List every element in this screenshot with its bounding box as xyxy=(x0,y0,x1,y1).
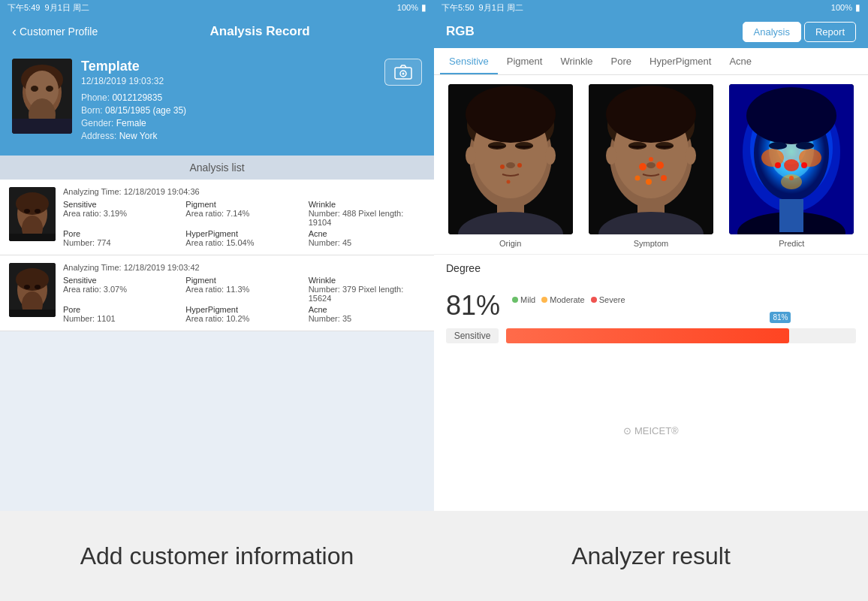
analysis-list-header: Analysis list xyxy=(0,156,434,180)
svg-point-14 xyxy=(24,209,30,213)
moderate-dot xyxy=(541,297,547,303)
svg-point-53 xyxy=(656,162,664,169)
svg-point-47 xyxy=(606,146,616,165)
predict-label: Predict xyxy=(779,239,804,248)
right-battery: 100% xyxy=(831,3,852,12)
severe-label: Severe xyxy=(599,295,625,304)
svg-point-39 xyxy=(506,180,510,184)
progress-tag: 81% xyxy=(770,312,791,323)
analysis-data: Analyzing Time: 12/18/2019 19:04:36 Sens… xyxy=(63,187,425,247)
battery-icon-right: ▮ xyxy=(855,2,860,13)
right-time: 下午5:50 xyxy=(442,2,474,14)
svg-point-49 xyxy=(606,86,696,143)
svg-point-56 xyxy=(634,176,640,181)
svg-point-67 xyxy=(784,159,799,171)
analysis-thumbnail xyxy=(9,263,56,317)
svg-point-75 xyxy=(801,162,807,168)
left-panel: ‹ Customer Profile Analysis Record xyxy=(0,15,434,511)
profile-info: Template 12/18/2019 19:03:32 Phone: 0012… xyxy=(81,59,375,143)
face-origin-container: Origin xyxy=(440,84,580,248)
profile-avatar xyxy=(12,59,72,134)
symptom-label: Symptom xyxy=(634,239,668,248)
watermark: ⊙ MEICET® xyxy=(434,351,868,511)
analysis-thumbnail xyxy=(9,187,56,241)
data-grid: Sensitive Area ratio: 3.07% Pigment Area… xyxy=(63,276,425,323)
svg-point-71 xyxy=(796,142,814,149)
svg-point-55 xyxy=(661,175,667,181)
tab-wrinkle[interactable]: Wrinkle xyxy=(551,48,601,74)
svg-point-13 xyxy=(16,192,49,215)
score-value: 81% xyxy=(446,292,500,319)
svg-point-32 xyxy=(466,146,476,165)
degree-section: Degree xyxy=(434,254,868,286)
sensitive-label: Sensitive xyxy=(446,328,499,343)
left-bottom-label: Add customer information xyxy=(0,511,434,601)
origin-label: Origin xyxy=(499,239,521,248)
profile-name: Template xyxy=(81,59,375,74)
face-images: Origin xyxy=(434,75,868,254)
profile-address: Address: New York xyxy=(81,131,375,141)
analysis-item[interactable]: Analyzing Time: 12/18/2019 19:03:42 Sens… xyxy=(0,255,434,331)
legend-mild: Mild xyxy=(512,295,535,304)
mild-label: Mild xyxy=(520,295,535,304)
battery-icon-left: ▮ xyxy=(421,2,426,13)
nav-buttons: Analysis Report xyxy=(743,22,856,42)
legend-moderate: Moderate xyxy=(541,295,584,304)
status-bar-left: 下午5:49 9月1日 周二 100% ▮ xyxy=(0,0,434,15)
nav-title: Analysis Record xyxy=(98,24,422,39)
analysis-button[interactable]: Analysis xyxy=(743,22,801,42)
svg-point-31 xyxy=(506,162,515,168)
tab-sensitive[interactable]: Sensitive xyxy=(440,48,498,74)
profile-section: Template 12/18/2019 19:03:32 Phone: 0012… xyxy=(0,48,434,156)
score-section: 81% Mild Moderate Severe xyxy=(434,286,868,325)
tab-hyperpigment[interactable]: HyperPigment xyxy=(640,48,720,74)
legend-severe: Severe xyxy=(591,295,625,304)
svg-point-46 xyxy=(646,162,656,168)
profile-date: 12/18/2019 19:03:32 xyxy=(81,76,375,86)
face-symptom-container: Symptom xyxy=(580,84,721,248)
svg-point-33 xyxy=(545,146,556,165)
left-battery: 100% xyxy=(397,3,418,12)
svg-point-20 xyxy=(16,268,49,291)
progress-row: Sensitive 81% xyxy=(446,328,856,343)
report-button[interactable]: Report xyxy=(804,22,856,42)
mild-dot xyxy=(512,297,518,303)
svg-point-22 xyxy=(35,285,41,289)
back-label: Customer Profile xyxy=(20,26,98,38)
left-time: 下午5:49 xyxy=(8,2,40,14)
nav-bar-left: ‹ Customer Profile Analysis Record xyxy=(0,15,434,48)
progress-bar-container: 81% xyxy=(506,328,856,343)
svg-point-54 xyxy=(646,179,652,185)
right-date: 9月1日 周二 xyxy=(479,2,523,14)
svg-point-69 xyxy=(746,87,836,144)
svg-point-57 xyxy=(649,157,653,162)
svg-point-38 xyxy=(517,163,522,168)
back-button[interactable]: ‹ Customer Profile xyxy=(12,24,98,40)
svg-point-34 xyxy=(466,86,556,143)
svg-rect-7 xyxy=(12,119,72,134)
camera-button[interactable] xyxy=(384,59,422,86)
tabs-bar: Sensitive Pigment Wrinkle Pore HyperPigm… xyxy=(434,48,868,75)
svg-point-10 xyxy=(402,73,405,75)
right-bottom-label: Analyzer result xyxy=(434,511,868,601)
tab-acne[interactable]: Acne xyxy=(720,48,761,74)
tab-pore[interactable]: Pore xyxy=(602,48,640,74)
right-panel: RGB Analysis Report Sensitive Pigment Wr… xyxy=(434,15,868,511)
analysis-item[interactable]: Analyzing Time: 12/18/2019 19:04:36 Sens… xyxy=(0,180,434,255)
face-origin xyxy=(448,84,573,234)
progress-section: Sensitive 81% xyxy=(434,325,868,351)
analysis-time: Analyzing Time: 12/18/2019 19:03:42 xyxy=(63,263,425,272)
left-date: 9月1日 周二 xyxy=(45,2,89,14)
svg-point-21 xyxy=(24,285,30,289)
tab-pigment[interactable]: Pigment xyxy=(498,48,552,74)
svg-point-76 xyxy=(789,176,794,180)
svg-point-4 xyxy=(31,86,38,92)
svg-rect-73 xyxy=(779,199,803,232)
status-bar-right: 下午5:50 9月1日 周二 100% ▮ xyxy=(434,0,868,15)
svg-point-5 xyxy=(46,86,53,92)
rgb-label: RGB xyxy=(446,24,743,39)
data-grid: Sensitive Area ratio: 3.19% Pigment Area… xyxy=(63,200,425,247)
svg-point-48 xyxy=(686,146,696,165)
severe-dot xyxy=(591,297,597,303)
profile-born: Born: 08/15/1985 (age 35) xyxy=(81,105,375,116)
